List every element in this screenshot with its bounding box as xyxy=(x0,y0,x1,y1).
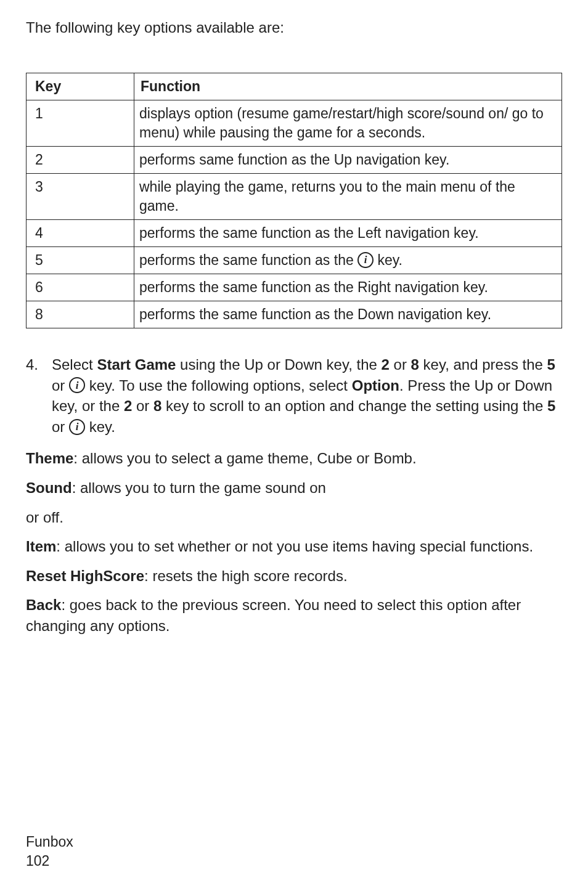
t: using the Up or Down key, the xyxy=(176,356,381,373)
ok-key-icon: i xyxy=(69,419,85,435)
back-para: Back: goes back to the previous screen. … xyxy=(26,595,562,636)
sound-para: Sound: allows you to turn the game sound… xyxy=(26,478,562,498)
page-footer: Funbox 102 xyxy=(26,832,73,871)
cell-key: 5 xyxy=(27,246,134,274)
header-key: Key xyxy=(27,73,134,100)
key-8-bold: 8 xyxy=(411,356,419,373)
table-row: 4 performs the same function as the Left… xyxy=(27,219,562,246)
theme-label: Theme xyxy=(26,450,73,466)
header-function: Function xyxy=(134,73,562,100)
t: key to scroll to an option and change th… xyxy=(161,397,547,414)
key-function-table: Key Function 1 displays option (resume g… xyxy=(26,73,562,328)
item-text: : allows you to set whether or not you u… xyxy=(56,538,533,555)
ok-key-icon: i xyxy=(69,377,85,393)
intro-text: The following key options available are: xyxy=(26,17,562,38)
cell-key: 2 xyxy=(27,146,134,173)
t: key, and press the xyxy=(419,356,547,373)
cell-function: displays option (resume game/restart/hig… xyxy=(134,100,562,146)
back-label: Back xyxy=(26,596,61,613)
table-row: 1 displays option (resume game/restart/h… xyxy=(27,100,562,146)
document-page: The following key options available are:… xyxy=(0,0,588,883)
sound-text: : allows you to turn the game sound on xyxy=(72,479,326,496)
theme-text: : allows you to select a game theme, Cub… xyxy=(73,450,416,466)
item-label: Item xyxy=(26,538,56,555)
reset-text: : resets the high score records. xyxy=(144,568,347,584)
cell-key: 1 xyxy=(27,100,134,146)
footer-page-number: 102 xyxy=(26,852,73,871)
cell-key: 3 xyxy=(27,173,134,219)
table-row: 3 while playing the game, returns you to… xyxy=(27,173,562,219)
footer-section: Funbox xyxy=(26,832,73,852)
t: key. xyxy=(85,418,115,435)
ok-key-icon: i xyxy=(357,252,374,268)
t: or xyxy=(132,397,153,414)
reset-para: Reset HighScore: resets the high score r… xyxy=(26,566,562,587)
reset-label: Reset HighScore xyxy=(26,568,144,584)
key-8-bold: 8 xyxy=(153,397,161,414)
row5-func-after: key. xyxy=(378,252,402,268)
key-2-bold: 2 xyxy=(124,397,132,414)
cell-key: 4 xyxy=(27,219,134,246)
cell-function: performs the same function as the Right … xyxy=(134,274,562,301)
cell-function: performs the same function as the Left n… xyxy=(134,219,562,246)
theme-para: Theme: allows you to select a game theme… xyxy=(26,448,562,469)
table-row: 8 performs the same function as the Down… xyxy=(27,301,562,328)
cell-function: performs the same function as the i key. xyxy=(134,246,562,274)
cell-function: performs the same function as the Down n… xyxy=(134,301,562,328)
key-5-bold: 5 xyxy=(547,356,555,373)
cell-function: performs same function as the Up navigat… xyxy=(134,146,562,173)
sound-label: Sound xyxy=(26,479,72,496)
table-row: 6 performs the same function as the Righ… xyxy=(27,274,562,301)
table-row: 2 performs same function as the Up navig… xyxy=(27,146,562,173)
option-bold: Option xyxy=(352,377,399,394)
cell-key: 8 xyxy=(27,301,134,328)
key-5-bold: 5 xyxy=(547,397,555,414)
back-text: : goes back to the previous screen. You … xyxy=(26,596,521,634)
cell-key: 6 xyxy=(27,274,134,301)
step-4: 4. Select Start Game using the Up or Dow… xyxy=(26,354,562,437)
key-2-bold: 2 xyxy=(382,356,390,373)
t: or xyxy=(390,356,411,373)
t: or xyxy=(52,377,69,394)
or-off-para: or off. xyxy=(26,507,562,528)
t: Select xyxy=(52,356,97,373)
table-header-row: Key Function xyxy=(27,73,562,100)
t: key. To use the following options, selec… xyxy=(85,377,352,394)
start-game-bold: Start Game xyxy=(97,356,176,373)
item-para: Item: allows you to set whether or not y… xyxy=(26,536,562,557)
cell-function: while playing the game, returns you to t… xyxy=(134,173,562,219)
step-number: 4. xyxy=(26,354,52,437)
row5-func-before: performs the same function as the xyxy=(139,252,357,268)
table-row: 5 performs the same function as the i ke… xyxy=(27,246,562,274)
t: or xyxy=(52,418,69,435)
step-body: Select Start Game using the Up or Down k… xyxy=(52,354,562,437)
